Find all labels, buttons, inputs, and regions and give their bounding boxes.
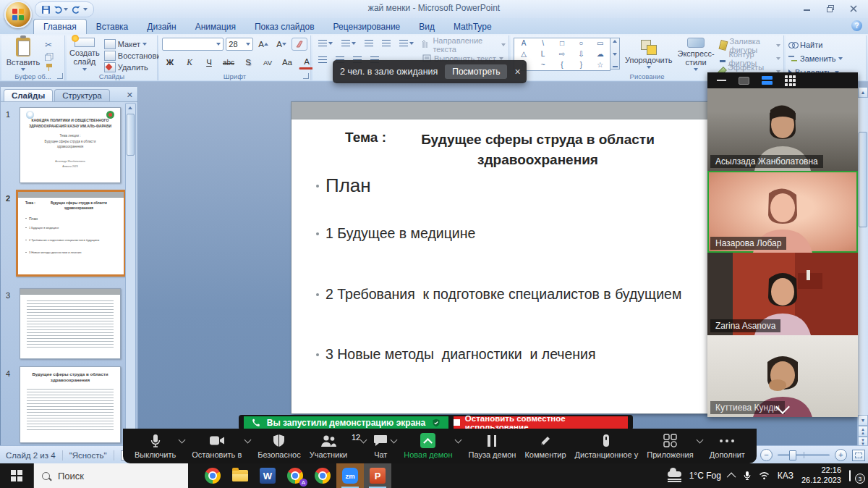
tab-review[interactable]: Рецензирование <box>324 20 410 34</box>
underline-button[interactable]: Ч <box>201 56 217 69</box>
paste-button[interactable]: Вставить <box>4 38 42 71</box>
security-button[interactable]: Безопаснос <box>256 432 302 460</box>
annotate-button[interactable]: Комментир <box>523 432 567 460</box>
panel-close-icon[interactable]: ✕ <box>127 91 133 101</box>
participant-video-3[interactable]: Zarina Asanova <box>707 253 858 335</box>
minimize-button[interactable] <box>797 2 817 14</box>
scroll-down-icon[interactable]: ▼ <box>858 415 868 426</box>
tab-slideshow[interactable]: Показ слайдов <box>245 20 324 34</box>
remote-control-button[interactable]: Дистанционное у <box>574 432 640 460</box>
taskbar-powerpoint-icon[interactable]: P <box>364 463 391 488</box>
minimize-videos-icon[interactable] <box>717 80 726 81</box>
chat-button[interactable]: Чат <box>372 432 389 460</box>
tab-outline[interactable]: Структура <box>54 89 110 101</box>
text-direction-button[interactable]: Направление текста <box>422 39 506 50</box>
document-scrollbar[interactable]: ▲ ▼ ▲▲ ▼▼ <box>857 87 868 447</box>
grow-font-button[interactable]: A <box>255 38 271 51</box>
tab-animation[interactable]: Анимация <box>186 20 245 34</box>
weather-text[interactable]: 1°C Fog <box>689 471 721 481</box>
scroll-up-icon[interactable]: ▲ <box>858 87 868 98</box>
stop-share-button[interactable]: Остановить совместное использование <box>454 416 628 429</box>
slide-title[interactable]: Тема : Будущее сферы струда в области зд… <box>292 119 710 169</box>
text-shadow-button[interactable]: S <box>240 56 256 69</box>
slide-thumbnail-2-selected[interactable]: Тема :Будущее сферы струда в области здр… <box>16 190 126 277</box>
new-slide-button[interactable]: Создать слайд <box>69 38 100 71</box>
arrange-button[interactable]: Упорядочить <box>625 38 672 71</box>
wifi-icon[interactable] <box>759 471 770 480</box>
participant-video-2[interactable]: Назарова Лобар <box>707 171 858 253</box>
action-center-icon[interactable]: 3 <box>849 471 861 481</box>
zoom-slider[interactable] <box>778 454 830 456</box>
change-case-button[interactable]: Aa <box>279 56 295 69</box>
find-button[interactable]: Найти <box>788 39 863 50</box>
slide-bullet-2[interactable]: 2 Требования к подготовке специалистов в… <box>313 286 681 303</box>
view-waiting-room-button[interactable]: Посмотреть <box>445 64 507 79</box>
close-button[interactable] <box>843 2 864 14</box>
cut-icon[interactable]: ✂ <box>45 40 54 50</box>
tab-view[interactable]: Вид <box>409 20 444 34</box>
chat-chevron-icon[interactable] <box>391 437 398 444</box>
toast-close-icon[interactable]: × <box>514 67 520 77</box>
tray-microphone-icon[interactable] <box>744 471 751 481</box>
clock[interactable]: 22:16 26.12.2023 <box>801 466 841 486</box>
slides-panel-scrollbar[interactable] <box>125 103 136 445</box>
character-spacing-button[interactable]: AV <box>260 56 276 69</box>
tab-insert[interactable]: Вставка <box>87 20 138 34</box>
participants-button[interactable]: 12 Участники <box>308 432 349 460</box>
bullets-button[interactable] <box>315 38 336 49</box>
tab-slides-thumbnails[interactable]: Слайды <box>4 89 53 101</box>
apps-chevron-icon[interactable] <box>696 437 703 444</box>
more-button[interactable]: Дополнит <box>708 432 746 460</box>
numbering-button[interactable] <box>339 38 359 49</box>
copy-icon[interactable] <box>45 53 54 61</box>
previous-slide-button[interactable]: ▲▲ <box>858 426 868 437</box>
video-options-chevron-icon[interactable] <box>244 437 252 444</box>
shapes-scrollbar[interactable] <box>610 38 620 70</box>
clear-formatting-button[interactable] <box>292 38 307 51</box>
bold-button[interactable]: Ж <box>162 56 178 69</box>
tab-mathtype[interactable]: MathType <box>444 20 501 34</box>
fit-to-window-button[interactable] <box>852 450 865 461</box>
help-icon[interactable] <box>851 20 862 31</box>
tab-home[interactable]: Главная <box>33 19 87 34</box>
shrink-font-button[interactable]: A <box>273 38 289 51</box>
grid-view-icon[interactable] <box>785 75 796 86</box>
search-input[interactable] <box>56 470 168 482</box>
strikethrough-button[interactable]: abc <box>221 56 237 69</box>
font-size-combo[interactable]: 28 <box>226 38 253 51</box>
apps-button[interactable]: Приложения <box>645 432 694 460</box>
slide-thumbnail-4[interactable]: Будущее сферы струда в области здравоохр… <box>20 366 121 443</box>
participant-video-4[interactable]: Куттиева Кунды <box>707 335 858 418</box>
quick-styles-button[interactable]: Экспресс-стили <box>677 38 714 71</box>
decrease-indent-button[interactable] <box>362 38 376 49</box>
taskbar-chrome-2-icon[interactable] <box>309 463 336 488</box>
language-indicator[interactable]: КАЗ <box>778 471 793 481</box>
zoom-in-button[interactable]: + <box>835 449 847 461</box>
participant-video-1[interactable]: Асылзада Жанболатовна <box>707 88 858 171</box>
slide-thumbnail-1[interactable]: КАФЕДРА ПОЛИТИКИ И ОБЩЕСТВЕННОГО ЗДРАВОО… <box>20 107 121 183</box>
format-painter-icon[interactable] <box>45 64 54 72</box>
taskbar-zoom-icon[interactable]: zm <box>336 463 364 488</box>
shapes-gallery[interactable]: A\□○▭ △L⇨⇩☁ ∩~{}☆ <box>514 38 610 71</box>
share-chevron-icon[interactable] <box>455 437 462 444</box>
increase-indent-button[interactable] <box>379 38 393 49</box>
taskbar-word-icon[interactable]: W <box>254 463 281 488</box>
slide-bullet-3[interactable]: 3 Новые методы диагностики и лечения <box>313 346 596 363</box>
office-button[interactable] <box>4 1 32 28</box>
zoom-out-button[interactable]: − <box>760 449 773 461</box>
pause-share-button[interactable]: Пауза демон <box>467 432 517 460</box>
mute-options-chevron-icon[interactable] <box>179 437 186 444</box>
weather-icon[interactable] <box>668 471 681 477</box>
slide-bullet-1[interactable]: 1 Будущее в медицине <box>313 225 475 242</box>
tab-design[interactable]: Дизайн <box>137 20 185 34</box>
restore-button[interactable] <box>820 2 841 14</box>
slide-canvas[interactable]: Тема : Будущее сферы струда в области зд… <box>291 101 710 414</box>
participants-chevron-icon[interactable] <box>360 437 367 444</box>
taskbar-chrome-icon[interactable] <box>199 463 226 488</box>
new-share-button[interactable]: Новая демон <box>402 432 454 460</box>
stop-video-button[interactable]: Остановить в <box>190 432 243 460</box>
line-spacing-button[interactable] <box>396 38 417 49</box>
scrollbar-thumb[interactable] <box>859 132 867 227</box>
slide-bullet-plan[interactable]: План <box>313 174 371 197</box>
speaker-view-icon[interactable] <box>739 77 749 85</box>
